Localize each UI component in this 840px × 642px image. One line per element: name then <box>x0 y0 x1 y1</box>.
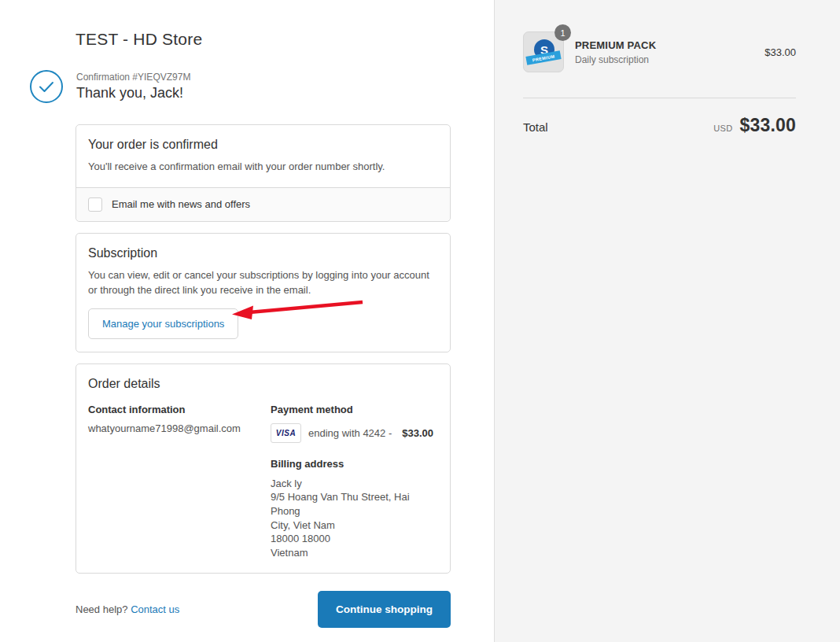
manage-subscriptions-button[interactable]: Manage your subscriptions <box>88 308 238 339</box>
premium-ribbon: PREMIUM <box>525 50 561 65</box>
billing-address-line: Jack ly <box>271 477 438 491</box>
payment-billing-block: Payment method VISA ending with 4242 - $… <box>271 404 438 560</box>
newsletter-checkbox[interactable] <box>88 197 102 212</box>
check-circle-icon <box>29 69 64 104</box>
footer-row: Need help? Contact us Continue shopping <box>76 591 451 642</box>
summary-divider <box>523 98 796 98</box>
line-item-price: $33.00 <box>764 46 796 58</box>
billing-address-heading: Billing address <box>271 458 438 470</box>
billing-address-line: 9/5 Hoang Van Thu Street, Hai Phong <box>271 490 438 518</box>
subscription-title: Subscription <box>88 246 438 260</box>
product-name: PREMIUM PACK <box>575 39 753 51</box>
thank-you-heading: Thank you, Jack! <box>76 85 190 101</box>
payment-amount: $33.00 <box>402 427 433 439</box>
payment-method-row: VISA ending with 4242 - $33.00 <box>271 423 438 443</box>
billing-address-line: 18000 18000 <box>271 532 438 546</box>
order-summary-sidebar: S PREMIUM 1 PREMIUM PACK Daily subscript… <box>494 0 840 642</box>
order-confirmed-card: Your order is confirmed You'll receive a… <box>76 124 451 222</box>
order-confirmed-subtitle: You'll receive a confirmation email with… <box>88 159 438 175</box>
order-confirmed-title: Your order is confirmed <box>88 138 438 152</box>
total-row: Total USD $33.00 <box>523 115 796 136</box>
contact-us-link[interactable]: Contact us <box>131 603 179 615</box>
currency-code: USD <box>713 124 732 133</box>
quantity-badge: 1 <box>554 24 571 41</box>
billing-address-line: City, Viet Nam <box>271 518 438 533</box>
visa-card-icon: VISA <box>271 423 301 443</box>
newsletter-section: Email me with news and offers <box>76 187 450 221</box>
total-amount: $33.00 <box>739 115 796 136</box>
confirmation-banner: Confirmation #YIEQVZ97M Thank you, Jack! <box>29 69 451 104</box>
contact-email: whatyourname71998@gmail.com <box>88 422 271 434</box>
line-item-row: S PREMIUM 1 PREMIUM PACK Daily subscript… <box>523 31 796 72</box>
order-confirmation-page: TEST - HD Store Confirmation #YIEQVZ97M … <box>0 0 840 642</box>
order-details-card: Order details Contact information whatyo… <box>76 363 451 574</box>
continue-shopping-button[interactable]: Continue shopping <box>318 591 451 628</box>
newsletter-label[interactable]: Email me with news and offers <box>112 198 250 210</box>
need-help-text: Need help? <box>76 603 128 615</box>
product-variant: Daily subscription <box>575 54 753 65</box>
contact-information-heading: Contact information <box>88 404 271 415</box>
store-title: TEST - HD Store <box>76 0 451 49</box>
order-details-title: Order details <box>88 377 438 391</box>
payment-ending-text: ending with 4242 - <box>308 427 392 439</box>
confirmation-number: Confirmation #YIEQVZ97M <box>76 72 190 83</box>
main-column: TEST - HD Store Confirmation #YIEQVZ97M … <box>0 0 494 642</box>
total-label: Total <box>523 120 548 134</box>
contact-information-block: Contact information whatyourname71998@gm… <box>88 404 271 560</box>
billing-address-line: Vietnam <box>271 546 438 560</box>
payment-method-heading: Payment method <box>271 404 438 415</box>
subscription-card: Subscription You can view, edit or cance… <box>76 233 451 352</box>
subscription-body: You can view, edit or cancel your subscr… <box>88 268 438 298</box>
